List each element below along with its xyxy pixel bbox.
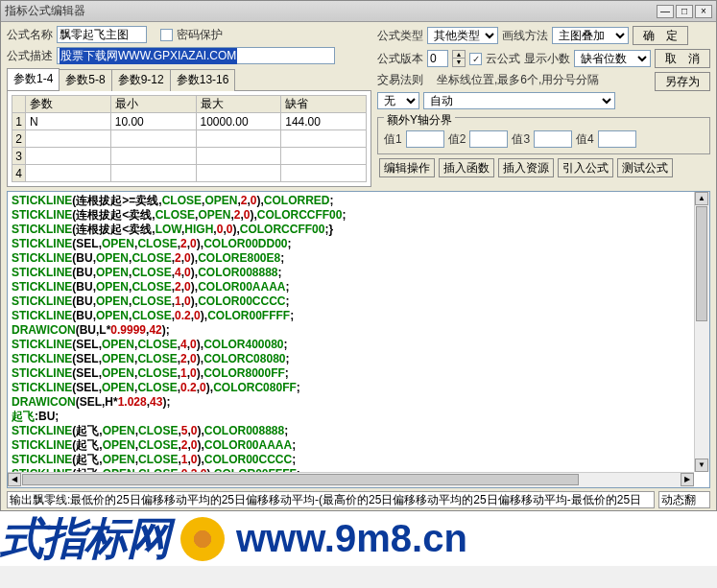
formula-desc-input[interactable]: 股票下载网WWW.GPXIAZAI.COM bbox=[57, 47, 335, 64]
val2-input[interactable] bbox=[469, 130, 508, 148]
col-max: 最大 bbox=[196, 96, 281, 113]
param-row: 2 bbox=[12, 130, 367, 148]
draw-method-label: 画线方法 bbox=[502, 28, 548, 44]
scroll-right-icon[interactable]: ▶ bbox=[681, 473, 694, 486]
cloud-label: 云公式 bbox=[486, 51, 520, 67]
param-row: 4 bbox=[12, 165, 367, 182]
p1-min[interactable] bbox=[111, 114, 196, 129]
param-tabs: 参数1-4 参数5-8 参数9-12 参数13-16 bbox=[7, 68, 371, 91]
trade-rule-select[interactable]: 无 bbox=[377, 92, 419, 109]
code-content: STICKLINE(连根拔起>=卖线,CLOSE,OPEN,2,0),COLOR… bbox=[12, 194, 705, 482]
tab-params-13-16[interactable]: 参数13-16 bbox=[170, 69, 236, 91]
val1-label: 值1 bbox=[384, 131, 402, 148]
window-buttons: — □ × bbox=[657, 5, 712, 18]
titlebar: 指标公式编辑器 — □ × bbox=[1, 1, 716, 22]
cloud-checkbox[interactable]: ✓ bbox=[469, 53, 482, 65]
tab-params-5-8[interactable]: 参数5-8 bbox=[59, 69, 111, 91]
p4-name[interactable] bbox=[26, 166, 110, 181]
test-formula-button[interactable]: 测试公式 bbox=[617, 158, 673, 177]
scroll-up-icon[interactable]: ▲ bbox=[695, 192, 708, 205]
coord-hint: 坐标线位置,最多6个,用分号分隔 bbox=[437, 72, 599, 88]
status-output: 输出飘零线:最低价的25日偏移移动平均的25日偏移移动平均-(最高价的25日偏移… bbox=[7, 491, 655, 508]
param-panel: 参数 最小 最大 缺省 1 2 3 4 bbox=[7, 91, 371, 187]
import-formula-button[interactable]: 引入公式 bbox=[558, 158, 613, 177]
p1-def[interactable] bbox=[281, 114, 366, 129]
tab-params-9-12[interactable]: 参数9-12 bbox=[111, 69, 171, 91]
vertical-scrollbar[interactable]: ▲ ▼ bbox=[694, 192, 709, 472]
col-min: 最小 bbox=[110, 96, 196, 113]
formula-type-select[interactable]: 其他类型 bbox=[427, 27, 498, 44]
extra-y-fieldset: 额外Y轴分界 值1 值2 值3 值4 bbox=[377, 117, 710, 154]
param-row: 1 bbox=[12, 113, 367, 130]
version-up[interactable]: ▲ bbox=[453, 51, 465, 59]
val4-input[interactable] bbox=[598, 130, 636, 148]
val3-input[interactable] bbox=[534, 130, 572, 148]
dynamic-translate[interactable]: 动态翻 bbox=[658, 491, 710, 508]
formula-desc-value: 股票下载网WWW.GPXIAZAI.COM bbox=[60, 48, 237, 64]
version-input[interactable] bbox=[427, 50, 448, 67]
close-button[interactable]: × bbox=[695, 5, 712, 18]
edit-op-button[interactable]: 编辑操作 bbox=[379, 158, 435, 177]
auto-select[interactable]: 自动 bbox=[423, 92, 615, 109]
p1-name[interactable] bbox=[26, 114, 110, 129]
val2-label: 值2 bbox=[448, 131, 466, 148]
scroll-down-icon[interactable]: ▼ bbox=[695, 459, 708, 472]
val1-input[interactable] bbox=[406, 130, 444, 148]
val3-label: 值3 bbox=[512, 131, 530, 148]
scroll-left-icon[interactable]: ◀ bbox=[8, 473, 21, 486]
ok-button[interactable]: 确 定 bbox=[633, 26, 688, 45]
draw-method-select[interactable]: 主图叠加 bbox=[552, 27, 629, 44]
version-down[interactable]: ▼ bbox=[453, 59, 465, 66]
insert-res-button[interactable]: 插入资源 bbox=[498, 158, 554, 177]
footer-url: www.9m8.cn bbox=[236, 517, 467, 560]
col-param: 参数 bbox=[26, 96, 111, 113]
decimal-select[interactable]: 缺省位数 bbox=[574, 50, 651, 67]
formula-name-input[interactable] bbox=[57, 26, 147, 43]
extra-y-legend: 额外Y轴分界 bbox=[384, 112, 455, 129]
save-as-button[interactable]: 另存为 bbox=[655, 72, 710, 91]
param-row: 3 bbox=[12, 148, 367, 165]
col-def: 缺省 bbox=[281, 96, 367, 113]
editor-window: 指标公式编辑器 — □ × 公式名称 密码保护 公式描述 股票下载 bbox=[0, 0, 717, 511]
minimize-button[interactable]: — bbox=[657, 5, 674, 18]
code-editor[interactable]: STICKLINE(连根拔起>=卖线,CLOSE,OPEN,2,0),COLOR… bbox=[7, 191, 710, 488]
scroll-thumb-h[interactable] bbox=[22, 474, 579, 485]
val4-label: 值4 bbox=[576, 131, 594, 148]
horizontal-scrollbar[interactable]: ◀ ▶ bbox=[8, 472, 694, 487]
formula-type-label: 公式类型 bbox=[377, 28, 423, 44]
p1-max[interactable] bbox=[197, 114, 281, 129]
maximize-button[interactable]: □ bbox=[676, 5, 693, 18]
formula-name-label: 公式名称 bbox=[7, 27, 53, 43]
insert-fn-button[interactable]: 插入函数 bbox=[439, 158, 494, 177]
scroll-thumb-v[interactable] bbox=[696, 206, 707, 321]
watermark-footer: 式指标网 www.9m8.cn bbox=[0, 511, 717, 566]
cancel-button[interactable]: 取 消 bbox=[655, 49, 710, 68]
window-title: 指标公式编辑器 bbox=[5, 3, 657, 19]
version-label: 公式版本 bbox=[377, 51, 423, 67]
formula-desc-label: 公式描述 bbox=[7, 48, 53, 64]
param-table: 参数 最小 最大 缺省 1 2 3 4 bbox=[12, 95, 367, 182]
decimal-label: 显示小数 bbox=[524, 51, 570, 67]
password-checkbox[interactable] bbox=[160, 29, 173, 41]
p3-name[interactable] bbox=[26, 149, 110, 164]
password-label: 密码保护 bbox=[177, 27, 223, 43]
p2-name[interactable] bbox=[26, 131, 110, 147]
trade-rule-label: 交易法则 bbox=[377, 72, 423, 88]
footer-left-text: 式指标网 bbox=[0, 511, 169, 566]
tab-params-1-4[interactable]: 参数1-4 bbox=[7, 68, 60, 90]
logo-icon bbox=[180, 517, 225, 561]
